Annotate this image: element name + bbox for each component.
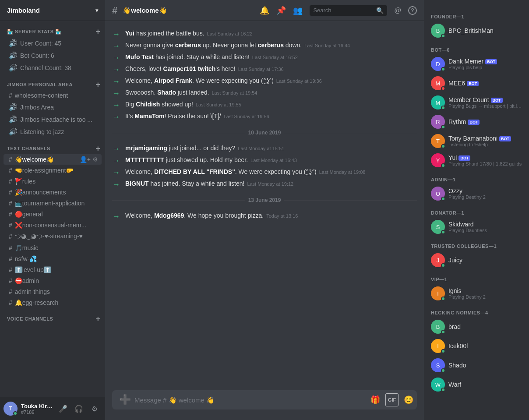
member-item[interactable]: D Dank MemerBOT Playing pls help	[427, 54, 525, 74]
member-item[interactable]: S Skidward Playing Dauntless	[427, 217, 525, 236]
deafen-button[interactable]: 🎧	[72, 402, 86, 416]
member-info: RythmBOT	[448, 118, 522, 125]
member-item[interactable]: M Member CountBOT Playing Bugs → m!suppo…	[427, 93, 525, 112]
channel-item[interactable]: #admin-things	[4, 286, 102, 297]
avatar-initials: B	[436, 28, 440, 34]
channel-item[interactable]: #🎉announcements	[4, 187, 102, 198]
channel-item[interactable]: #🔔egg-research	[4, 297, 102, 308]
settings-button[interactable]: ⚙	[88, 402, 102, 416]
join-arrow-icon: →	[112, 180, 120, 189]
channel-item[interactable]: #つ◕‿◕つ-♥-streaming-♥	[4, 231, 102, 242]
emoji-icon[interactable]: 😊	[402, 393, 415, 406]
member-name: brad	[448, 323, 522, 330]
pinned-messages-icon[interactable]: 📌	[276, 6, 286, 15]
add-voice-channel-button[interactable]: +	[95, 315, 102, 322]
message-timestamp: Today at 13:16	[266, 213, 298, 219]
channel-item[interactable]: #⛔admin	[4, 275, 102, 286]
avatar-initials: S	[436, 224, 440, 230]
member-item[interactable]: I Icek00l	[427, 336, 525, 356]
user-status-dot	[13, 411, 18, 416]
search-input[interactable]	[313, 7, 374, 14]
member-avatar: T	[431, 134, 445, 148]
search-box[interactable]: 🔍	[310, 5, 387, 16]
channel-item[interactable]: #nsfw-💦	[4, 254, 102, 264]
status-indicator	[441, 388, 445, 392]
join-arrow-icon: →	[112, 30, 120, 39]
status-indicator	[441, 349, 445, 353]
member-item[interactable]: T Tony BamanaboniBOT Listening to %help	[427, 131, 525, 151]
message-row: → mrjamigaming just joined... or did the…	[105, 143, 424, 155]
server-header[interactable]: Jimboland ▾	[0, 0, 105, 21]
member-item[interactable]: M MEE6BOT	[427, 74, 525, 93]
add-channel-button[interactable]: +	[95, 145, 102, 152]
member-item[interactable]: W Warf	[427, 375, 525, 394]
mention-icon[interactable]: @	[394, 7, 401, 14]
channel-item[interactable]: #🔴general	[4, 209, 102, 219]
member-name: RythmBOT	[448, 118, 522, 125]
channel-item[interactable]: #🤜role-assignment🤛	[4, 165, 102, 176]
member-name: Tony BamanaboniBOT	[448, 135, 522, 142]
avatar-initials: M	[436, 99, 441, 106]
channel-item[interactable]: #❌non-consensual-mem...	[4, 220, 102, 230]
voice-icon: 🔊	[9, 51, 18, 60]
message-timestamp: Last Monday at 15:51	[238, 146, 284, 151]
section-header-jimbos-personal[interactable]: JIMBOS PERSONAL AREA+	[0, 74, 105, 90]
member-item[interactable]: I Ignis Playing Destiny 2	[427, 284, 525, 303]
channel-item[interactable]: 🔊Channel Count: 38	[4, 62, 102, 74]
section-header-text-channels[interactable]: TEXT CHANNELS+	[0, 138, 105, 154]
member-avatar: O	[431, 187, 445, 201]
channel-item[interactable]: #🚩rules	[4, 176, 102, 187]
message-row: → Never gonna give cerberus up. Never go…	[105, 40, 424, 52]
channel-name: 🔴general	[15, 211, 98, 218]
channel-name: 📺tournament-application	[15, 200, 98, 207]
channel-item[interactable]: 🔊Bot Count: 6	[4, 49, 102, 61]
member-item[interactable]: S Shado	[427, 356, 525, 375]
channel-item[interactable]: #👋welcome👋👤+⚙	[4, 154, 102, 165]
section-header-server-stats[interactable]: 🏪 SERVER STATS 🏪+	[0, 21, 105, 37]
member-info: Icek00l	[448, 342, 522, 349]
attach-button[interactable]: ➕	[119, 394, 131, 406]
section-header-voice[interactable]: VOICE CHANNELS+	[0, 308, 105, 324]
gif-icon[interactable]: GIF	[385, 393, 399, 406]
help-icon[interactable]: ?	[408, 6, 417, 15]
gift-icon[interactable]: 🎁	[369, 393, 382, 406]
channel-settings-icon[interactable]: ⚙	[92, 156, 98, 163]
member-list-icon[interactable]: 👥	[293, 6, 303, 15]
channel-item[interactable]: 🔊User Count: 45	[4, 37, 102, 49]
member-name: Dank MemerBOT	[448, 58, 522, 65]
channel-item[interactable]: #⬆️level-up⬆️	[4, 265, 102, 275]
channel-name: Listening to jazz	[20, 128, 64, 135]
member-item[interactable]: Y YuiBOT Playing Shard 17/80 | 1,822 gui…	[427, 151, 525, 170]
member-item[interactable]: O Ozzy Playing Destiny 2	[427, 184, 525, 203]
message-timestamp: Last Monday at 16:43	[250, 158, 297, 163]
member-item[interactable]: B BPC_BritishMan	[427, 21, 525, 40]
member-item[interactable]: R RythmBOT	[427, 112, 525, 131]
member-item[interactable]: J Juicy	[427, 251, 525, 270]
join-arrow-icon: →	[112, 101, 120, 110]
add-channel-button[interactable]: +	[95, 81, 102, 88]
bot-badge: BOT	[458, 155, 470, 161]
channel-item[interactable]: #📺tournament-application	[4, 198, 102, 208]
member-item[interactable]: B brad	[427, 317, 525, 336]
message-content: It's MamaTom! Praise the sun! \[T]/Last …	[125, 112, 269, 121]
message-content: Welcome, Mdog6969. We hope you brought p…	[125, 211, 298, 220]
channel-item[interactable]: #wholesome-content	[4, 90, 102, 101]
add-channel-button[interactable]: +	[95, 28, 102, 35]
channel-item[interactable]: 🔊Listening to jazz	[4, 126, 102, 138]
notifications-icon[interactable]: 🔔	[260, 6, 269, 15]
avatar-initials: M	[436, 80, 441, 87]
hash-icon: #	[9, 167, 12, 174]
channel-item[interactable]: 🔊Jimbos Headache is too ...	[4, 113, 102, 125]
mute-button[interactable]: 🎤	[56, 402, 70, 416]
user-avatar: T	[4, 402, 18, 416]
channel-name: nsfw-💦	[15, 255, 98, 262]
channel-name: 👋welcome👋	[15, 156, 78, 163]
member-info: BPC_BritishMan	[448, 27, 522, 34]
channel-item[interactable]: #🎵music	[4, 243, 102, 253]
member-name: YuiBOT	[448, 154, 522, 161]
member-info: Juicy	[448, 257, 522, 264]
message-input[interactable]	[134, 396, 369, 404]
member-info: Shado	[448, 362, 522, 369]
channel-item[interactable]: 🔊Jimbos Area	[4, 101, 102, 113]
add-member-icon[interactable]: 👤+	[80, 156, 91, 163]
